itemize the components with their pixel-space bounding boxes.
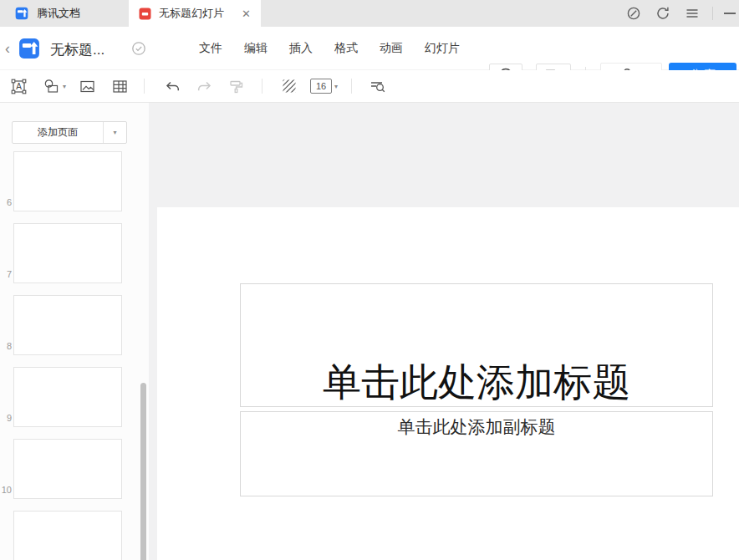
slide-number: 7	[0, 269, 13, 279]
tab-tencent-docs[interactable]: 腾讯文档	[15, 0, 80, 27]
slide-thumbnail-row	[0, 511, 139, 560]
document-title[interactable]: 无标题...	[50, 40, 104, 59]
slide-number: 6	[0, 197, 13, 207]
svg-text:A: A	[16, 82, 22, 91]
toolbar-divider	[262, 79, 262, 94]
slide-number: 10	[0, 485, 13, 495]
menu-bar: 文件编辑插入格式动画幻灯片	[199, 27, 460, 70]
tab-close-icon[interactable]: ✕	[242, 8, 251, 19]
slide-thumbnail-row: 6	[0, 151, 139, 211]
main-area: 添加页面 ▾ 678910 单击此处添加标题 单击此处添加副标题	[0, 103, 739, 560]
doc-tab-label: 无标题幻灯片	[159, 6, 234, 21]
slide-thumbnail[interactable]	[13, 511, 122, 560]
slide-thumbnail[interactable]	[13, 151, 122, 211]
slide-thumbnail-row: 10	[0, 439, 139, 499]
add-page-label: 添加页面	[13, 122, 103, 143]
tencent-docs-logo-icon	[15, 7, 28, 20]
subtitle-placeholder[interactable]: 单击此处添加副标题	[240, 411, 713, 496]
feedback-icon[interactable]	[624, 4, 643, 23]
menu-animation[interactable]: 动画	[380, 41, 403, 56]
title-placeholder[interactable]: 单击此处添加标题	[240, 283, 713, 407]
image-icon[interactable]	[78, 77, 96, 95]
slides-panel: 添加页面 ▾ 678910	[0, 103, 149, 560]
slide-thumbnail-row: 9	[0, 367, 139, 427]
slide-thumbnail[interactable]	[13, 223, 122, 283]
toolbar: A ▾	[0, 70, 739, 103]
background-fill-icon[interactable]	[280, 77, 298, 95]
slide-thumbnail-row: 8	[0, 295, 139, 355]
tab-untitled-slides[interactable]: 无标题幻灯片 ✕	[129, 0, 261, 27]
menu-edit[interactable]: 编辑	[244, 41, 268, 56]
shape-dropdown-icon[interactable]: ▾	[63, 83, 66, 90]
shape-icon[interactable]	[42, 77, 60, 95]
menu-format[interactable]: 格式	[334, 41, 358, 56]
minimize-icon[interactable]	[724, 6, 739, 21]
slide-number: 9	[0, 413, 13, 423]
menu-icon[interactable]	[683, 4, 701, 23]
menu-file[interactable]: 文件	[199, 41, 222, 56]
tab-bar-actions	[624, 0, 739, 27]
tab-bar-divider	[712, 7, 713, 20]
title-placeholder-text: 单击此处添加标题	[323, 360, 630, 406]
document-header: ‹ 无标题... 文件编辑插入格式动画幻灯片	[0, 27, 739, 70]
menu-insert[interactable]: 插入	[289, 41, 313, 56]
slide-thumbnail[interactable]	[13, 367, 122, 427]
redo-icon[interactable]	[195, 77, 213, 95]
app-tab-label: 腾讯文档	[37, 6, 80, 21]
slide-editor-surface[interactable]: 单击此处添加标题 单击此处添加副标题	[157, 207, 739, 560]
back-icon[interactable]: ‹	[5, 41, 10, 56]
slide-thumbnail-row: 7	[0, 223, 139, 283]
text-box-icon[interactable]: A	[9, 77, 28, 95]
slide-thumbnail[interactable]	[13, 439, 122, 499]
toolbar-divider	[351, 79, 352, 94]
app-window: 腾讯文档 无标题幻灯片 ✕	[0, 0, 739, 560]
menu-slide[interactable]: 幻灯片	[425, 41, 460, 56]
doc-logo-icon[interactable]	[18, 38, 40, 59]
format-painter-icon[interactable]	[227, 77, 245, 95]
slide-size-selector[interactable]: 16	[310, 79, 332, 94]
undo-icon[interactable]	[163, 77, 181, 95]
add-page-button[interactable]: 添加页面 ▾	[12, 121, 127, 144]
slide-number: 8	[0, 341, 13, 351]
subtitle-placeholder-text: 单击此处添加副标题	[398, 412, 556, 439]
browser-tab-bar: 腾讯文档 无标题幻灯片 ✕	[0, 0, 739, 27]
save-status-icon	[131, 41, 146, 56]
slide-thumbnail[interactable]	[13, 295, 122, 355]
toolbar-divider	[144, 79, 145, 94]
add-page-dropdown-icon[interactable]: ▾	[103, 122, 126, 143]
slide-thumbnail-list: 678910	[0, 151, 139, 560]
find-replace-icon[interactable]	[368, 77, 386, 95]
slide-size-dropdown-icon[interactable]: ▾	[334, 83, 338, 90]
refresh-icon[interactable]	[654, 4, 672, 23]
slides-file-icon	[139, 8, 151, 20]
sidebar-scrollbar[interactable]	[140, 383, 146, 560]
slide-canvas: 单击此处添加标题 单击此处添加副标题	[149, 103, 739, 560]
table-icon[interactable]	[110, 77, 129, 95]
